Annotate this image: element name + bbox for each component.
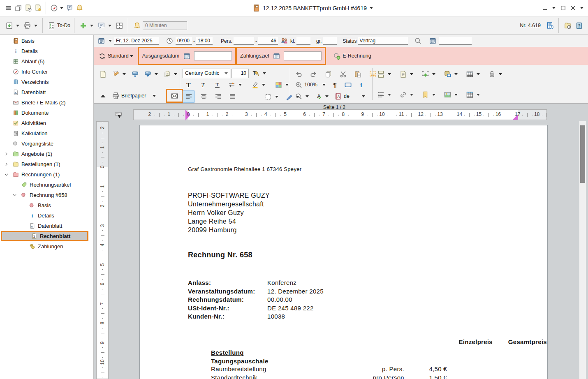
sidebar-item-zahlungen[interactable]: Zahlungen — [0, 241, 93, 252]
gr-input[interactable] — [323, 37, 337, 45]
sidebar-item-briefe-e-mails-2[interactable]: Briefe / E-Mails (2) — [0, 97, 93, 108]
align-center-button[interactable] — [198, 91, 209, 102]
sidebar-item-vorgangsliste[interactable]: Vorgangsliste — [0, 139, 93, 149]
email-send-button[interactable] — [166, 89, 183, 103]
search-button[interactable] — [293, 90, 311, 102]
window-copy-icon[interactable] — [13, 3, 23, 13]
profile-refresh-button[interactable] — [96, 50, 108, 62]
sidebar-item-kalkulation[interactable]: Kalkulation — [0, 128, 93, 139]
todo-button[interactable]: To-Do — [46, 20, 71, 31]
sidebar-item-info-center[interactable]: Info Center — [0, 67, 93, 77]
kl-input[interactable] — [296, 37, 310, 45]
add-button[interactable] — [77, 20, 95, 31]
horizontal-ruler[interactable]: 210123456789101112131415161718 — [133, 109, 547, 120]
protocol-button[interactable] — [544, 20, 556, 31]
zoom-button[interactable]: 100% — [293, 79, 328, 90]
list-button[interactable] — [375, 89, 393, 100]
event-date-input[interactable] — [114, 37, 159, 45]
document-page[interactable]: Graf Gastronomie Rheinallee 1 67346 Spey… — [140, 125, 547, 379]
new-document-button[interactable] — [97, 68, 109, 80]
print-button[interactable] — [21, 20, 39, 31]
undo-button[interactable] — [293, 68, 304, 80]
minimize-icon[interactable] — [541, 5, 549, 12]
border-button[interactable] — [262, 91, 280, 102]
sidebar-item-rechnungsartikel[interactable]: Rechnungsartikel — [0, 180, 93, 190]
redo-button[interactable] — [308, 68, 319, 80]
dropdown-arrow[interactable] — [60, 7, 63, 9]
text-block-button[interactable] — [397, 68, 415, 80]
sidebar-item-ablauf-5[interactable]: Ablauf (5) — [0, 56, 93, 67]
insert-image-button[interactable] — [442, 89, 460, 100]
room-plan-button[interactable] — [113, 20, 125, 31]
export-text-button[interactable] — [142, 68, 160, 80]
page-copy-button[interactable] — [161, 68, 179, 80]
minimize-dropdown-arrow[interactable] — [552, 7, 556, 9]
briefpapier-button[interactable]: Briefpapier — [110, 90, 158, 102]
info-center-compass-icon[interactable] — [49, 3, 59, 13]
spellcheck-button[interactable]: A — [313, 90, 331, 102]
time-from-input[interactable] — [176, 37, 192, 45]
menu-icon[interactable] — [3, 3, 13, 13]
sidebar-item-rechnung-658[interactable]: Rechnung #658 — [0, 190, 93, 200]
align-left-button[interactable] — [183, 90, 195, 103]
sidebar-item-dokumente[interactable]: Dokumente — [0, 108, 93, 118]
sidebar-item-rechnungen-1[interactable]: Rechnungen (1) — [0, 169, 93, 180]
ausgangsdatum-calendar-icon[interactable] — [182, 51, 192, 61]
hyperlink-button[interactable] — [397, 89, 415, 100]
persons-from-input[interactable] — [234, 37, 254, 45]
highlighter-button[interactable] — [249, 79, 267, 90]
status-search-icon[interactable] — [413, 36, 423, 46]
status-input[interactable] — [358, 37, 408, 45]
font-size-input[interactable] — [231, 69, 249, 78]
scrollbar-thumb[interactable] — [580, 125, 585, 183]
close-dropdown-arrow[interactable] — [580, 7, 583, 9]
sidebar-item-angebote-1[interactable]: Angebote (1) — [0, 149, 93, 159]
paste-button[interactable] — [352, 68, 363, 80]
date-dropdown-arrow[interactable] — [109, 40, 112, 42]
erechnung-button[interactable]: E-Rechnung — [331, 50, 372, 62]
calendar-icon[interactable] — [96, 36, 106, 46]
document-clock-icon[interactable] — [23, 3, 33, 13]
format-painter-button[interactable]: T — [250, 67, 268, 79]
pilcrow-button[interactable]: ¶ — [329, 79, 341, 90]
title-dropdown-arrow[interactable] — [370, 7, 373, 9]
sidebar-item-basis[interactable]: Basis — [0, 200, 93, 210]
history-button[interactable] — [562, 20, 573, 31]
info-button[interactable]: i — [356, 79, 367, 90]
persons-to-input[interactable] — [258, 37, 278, 45]
zahlungsziel-input[interactable] — [284, 51, 322, 60]
status-calendar-icon[interactable] — [428, 36, 438, 46]
sidebar-item-basis[interactable]: Basis — [0, 36, 93, 46]
zahlungsziel-calendar-icon[interactable] — [271, 51, 281, 61]
italic-button[interactable]: T — [197, 79, 208, 90]
bold-button[interactable]: T — [183, 79, 194, 90]
collapse-toolbar-button[interactable] — [97, 90, 109, 102]
frame-button[interactable] — [343, 79, 354, 90]
format-template-button[interactable]: T — [110, 68, 128, 80]
expand-chevron-icon[interactable] — [2, 150, 10, 158]
page-break-button[interactable] — [375, 68, 393, 80]
document-star-icon[interactable] — [33, 3, 43, 13]
note-flag-icon[interactable] — [65, 3, 74, 13]
mail-merge-button[interactable] — [442, 68, 460, 80]
lock-button[interactable] — [486, 68, 504, 80]
sidebar-item-rechenblatt[interactable]: ΣRechenblatt — [1, 231, 88, 241]
sidebar-item-details[interactable]: iDetails — [0, 46, 93, 56]
sidebar-item-datenblatt[interactable]: Datenblatt — [0, 87, 93, 97]
expand-chevron-icon[interactable] — [2, 161, 10, 168]
cut-button[interactable] — [337, 68, 349, 80]
people-icon[interactable] — [279, 36, 289, 46]
reminder-minutes-input[interactable] — [143, 21, 187, 30]
import-text-button[interactable] — [129, 68, 141, 80]
close-icon[interactable] — [569, 5, 576, 12]
table-button[interactable] — [464, 68, 482, 80]
color-grid-button[interactable] — [273, 79, 291, 90]
help-button[interactable]: ? — [573, 20, 585, 31]
collapse-chevron-icon[interactable] — [11, 192, 18, 199]
underline-button[interactable]: T — [211, 79, 223, 90]
insert-table-button[interactable] — [464, 89, 482, 100]
sidebar-item-verzeichnis[interactable]: Verzeichnis — [0, 77, 93, 87]
vertical-ruler[interactable]: 21012345678910 — [96, 121, 109, 379]
status-extra-input[interactable] — [439, 37, 472, 45]
align-right-button[interactable] — [212, 91, 224, 102]
